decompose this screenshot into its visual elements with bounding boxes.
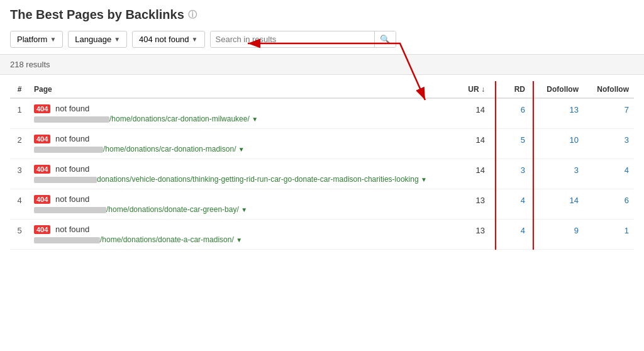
row-rd[interactable]: 6 bbox=[496, 98, 533, 129]
url-dropdown-icon[interactable]: ▼ bbox=[238, 146, 245, 153]
col-header-page: Page bbox=[29, 81, 458, 98]
row-ur: 13 bbox=[458, 220, 496, 250]
page-url[interactable]: donations/vehicle-donations/thinking-get… bbox=[34, 175, 453, 184]
url-path[interactable]: /home/donations/car-donation-madison/ bbox=[103, 145, 236, 153]
language-dropdown[interactable]: Language ▼ bbox=[68, 31, 127, 48]
col-header-ur[interactable]: UR ↓ bbox=[458, 81, 496, 98]
status-label: 404 not found bbox=[139, 35, 189, 44]
page-label: not found bbox=[55, 104, 89, 113]
filter-bar: Platform ▼ Language ▼ 404 not found ▼ 🔍 bbox=[10, 31, 634, 48]
page-label: not found bbox=[55, 194, 89, 204]
badge-404: 404 bbox=[34, 195, 50, 204]
row-page: 404 not found /home/donations/car-donati… bbox=[29, 98, 458, 129]
url-path[interactable]: /home/donations/car-donation-milwaukee/ bbox=[109, 114, 250, 123]
url-path[interactable]: /home/donations/donate-car-green-bay/ bbox=[106, 205, 239, 214]
col-header-nofollow: Nofollow bbox=[584, 81, 634, 98]
badge-404: 404 bbox=[34, 135, 50, 143]
table-row: 1 404 not found /home/donations/car-dona… bbox=[10, 98, 634, 129]
row-ur: 14 bbox=[458, 98, 496, 129]
row-ur: 13 bbox=[458, 189, 496, 220]
language-label: Language bbox=[75, 35, 111, 44]
row-rd[interactable]: 3 bbox=[496, 159, 533, 189]
page-url[interactable]: /home/donations/donate-a-car-madison/ ▼ bbox=[34, 235, 453, 244]
badge-404: 404 bbox=[34, 225, 50, 234]
row-dofollow: 3 bbox=[533, 159, 584, 189]
table-row: 5 404 not found /home/donations/donate-a… bbox=[10, 220, 634, 250]
row-page: 404 not found /home/donations/car-donati… bbox=[29, 129, 458, 159]
row-dofollow: 10 bbox=[533, 129, 584, 159]
table-wrapper: # Page UR ↓ RD Dofollow Nofollow 1 404 n… bbox=[10, 81, 634, 250]
url-blurred bbox=[34, 116, 109, 123]
info-icon[interactable]: ⓘ bbox=[188, 9, 197, 21]
col-header-dofollow: Dofollow bbox=[533, 81, 584, 98]
url-blurred bbox=[34, 207, 106, 213]
col-header-rd[interactable]: RD bbox=[496, 81, 533, 98]
results-count-bar: 218 results bbox=[0, 54, 644, 75]
badge-404: 404 bbox=[34, 104, 50, 113]
row-nofollow: 7 bbox=[584, 98, 634, 129]
row-nofollow: 1 bbox=[584, 220, 634, 250]
row-rd[interactable]: 4 bbox=[496, 220, 533, 250]
row-num: 5 bbox=[10, 220, 29, 250]
row-num: 3 bbox=[10, 159, 29, 189]
row-dofollow: 9 bbox=[533, 220, 584, 250]
platform-arrow-icon: ▼ bbox=[50, 36, 56, 43]
language-arrow-icon: ▼ bbox=[114, 36, 120, 43]
row-nofollow: 6 bbox=[584, 189, 634, 220]
search-button[interactable]: 🔍 bbox=[374, 31, 396, 47]
page-label: not found bbox=[55, 134, 89, 143]
row-page: 404 not found /home/donations/donate-car… bbox=[29, 189, 458, 220]
url-dropdown-icon[interactable]: ▼ bbox=[421, 176, 427, 183]
row-num: 4 bbox=[10, 189, 29, 220]
search-box: 🔍 bbox=[210, 31, 396, 48]
url-dropdown-icon[interactable]: ▼ bbox=[241, 206, 247, 213]
row-nofollow: 4 bbox=[584, 159, 634, 189]
row-dofollow: 14 bbox=[533, 189, 584, 220]
row-nofollow: 3 bbox=[584, 129, 634, 159]
url-path[interactable]: /home/donations/donate-a-car-madison/ bbox=[100, 235, 234, 244]
row-ur: 14 bbox=[458, 129, 496, 159]
page-url[interactable]: /home/donations/car-donation-milwaukee/ … bbox=[34, 114, 453, 123]
page-url[interactable]: /home/donations/car-donation-madison/ ▼ bbox=[34, 145, 453, 153]
row-page: 404 not found /home/donations/donate-a-c… bbox=[29, 220, 458, 250]
url-path[interactable]: donations/vehicle-donations/thinking-get… bbox=[97, 175, 419, 184]
title-text: The Best Pages by Backlinks bbox=[10, 8, 184, 22]
badge-404: 404 bbox=[34, 165, 50, 174]
row-num: 2 bbox=[10, 129, 29, 159]
row-page: 404 not found donations/vehicle-donation… bbox=[29, 159, 458, 189]
results-table: # Page UR ↓ RD Dofollow Nofollow 1 404 n… bbox=[10, 81, 634, 250]
status-dropdown[interactable]: 404 not found ▼ bbox=[132, 31, 204, 48]
url-dropdown-icon[interactable]: ▼ bbox=[236, 237, 242, 243]
platform-dropdown[interactable]: Platform ▼ bbox=[10, 31, 63, 48]
page-title: The Best Pages by Backlinks ⓘ bbox=[10, 8, 634, 22]
col-header-num: # bbox=[10, 81, 29, 98]
results-count: 218 results bbox=[10, 60, 50, 69]
url-blurred bbox=[34, 177, 97, 183]
row-ur: 14 bbox=[458, 159, 496, 189]
row-dofollow: 13 bbox=[533, 98, 584, 129]
row-num: 1 bbox=[10, 98, 29, 129]
row-rd[interactable]: 5 bbox=[496, 129, 533, 159]
page-label: not found bbox=[55, 164, 89, 174]
table-row: 4 404 not found /home/donations/donate-c… bbox=[10, 189, 634, 220]
page-url[interactable]: /home/donations/donate-car-green-bay/ ▼ bbox=[34, 205, 453, 214]
status-arrow-icon: ▼ bbox=[192, 36, 198, 43]
platform-label: Platform bbox=[17, 35, 47, 44]
url-blurred bbox=[34, 237, 100, 243]
table-row: 3 404 not found donations/vehicle-donati… bbox=[10, 159, 634, 189]
search-input[interactable] bbox=[211, 31, 374, 47]
table-row: 2 404 not found /home/donations/car-dona… bbox=[10, 129, 634, 159]
page-label: not found bbox=[55, 225, 89, 234]
url-blurred bbox=[34, 147, 103, 153]
row-rd[interactable]: 4 bbox=[496, 189, 533, 220]
url-dropdown-icon[interactable]: ▼ bbox=[252, 116, 258, 123]
